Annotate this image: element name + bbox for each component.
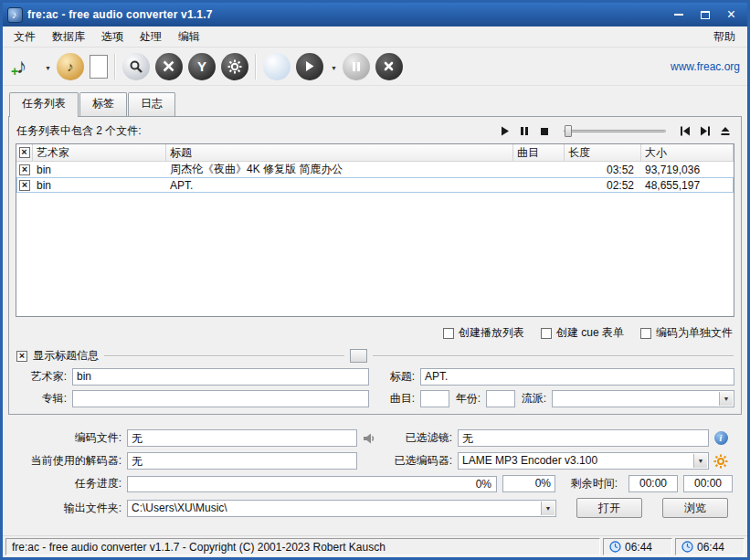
- statusbar: fre:ac - free audio converter v1.1.7 - C…: [3, 535, 747, 557]
- show-tag-info-toggle[interactable]: [16, 351, 27, 362]
- row-checkbox[interactable]: [16, 164, 33, 175]
- title-field[interactable]: APT.: [420, 368, 734, 386]
- chevron-down-icon[interactable]: [693, 454, 707, 468]
- chevron-down-icon[interactable]: [719, 392, 733, 406]
- clock-icon: [609, 541, 621, 553]
- checkbox-icon: [19, 180, 30, 191]
- playback-position-slider[interactable]: [564, 124, 666, 138]
- stop-encoding-button[interactable]: [375, 53, 403, 80]
- select-all-checkbox[interactable]: [16, 144, 33, 161]
- checkbox-icon[interactable]: [640, 328, 651, 339]
- toolbar-separator: [114, 54, 116, 79]
- column-header-track[interactable]: 曲目: [513, 144, 565, 161]
- encoder-settings-gear-icon[interactable]: [713, 454, 728, 469]
- output-folder-combobox[interactable]: C:\Users\XU\Music\: [127, 500, 556, 517]
- year-label: 年份:: [449, 391, 486, 407]
- track-field[interactable]: [420, 390, 449, 407]
- tab-log[interactable]: 日志: [128, 92, 175, 116]
- gear-icon: [227, 59, 242, 74]
- genre-combobox[interactable]: [552, 390, 734, 407]
- option-label: 创建 cue 表单: [556, 325, 624, 341]
- column-header-artist[interactable]: 艺术家: [33, 144, 166, 161]
- open-folder-button[interactable]: 打开: [576, 498, 642, 518]
- tag-form-row: 专辑: 曲目: 年份: 流派:: [16, 390, 734, 407]
- configure-encoder-button[interactable]: [221, 53, 248, 80]
- next-track-button[interactable]: [697, 124, 713, 138]
- app-icon[interactable]: [7, 7, 23, 23]
- magnifier-icon: [129, 59, 143, 74]
- eject-button[interactable]: [717, 124, 734, 138]
- column-header-title[interactable]: 标题: [166, 144, 513, 161]
- browse-folder-button[interactable]: 浏览: [662, 498, 728, 518]
- year-field[interactable]: [486, 390, 515, 407]
- time-track-field: 00:00: [629, 475, 678, 492]
- progress-label: 任务进度:: [12, 476, 127, 491]
- checkbox-icon[interactable]: [541, 328, 552, 339]
- freac-website-link[interactable]: www.freac.org: [671, 60, 740, 73]
- tab-joblist[interactable]: 任务列表: [9, 92, 79, 117]
- toolbar-separator: [255, 54, 257, 79]
- time-total-field: 00:00: [683, 475, 733, 492]
- filter-info-slot: [709, 431, 733, 445]
- titlebar[interactable]: fre:ac - free audio converter v1.1.7: [3, 3, 747, 26]
- divider-line: [104, 355, 344, 357]
- cddb-query-button[interactable]: [122, 53, 150, 80]
- menu-file[interactable]: 文件: [5, 26, 44, 48]
- progress-bar: 0%: [127, 476, 497, 492]
- decoder-field: 无: [127, 452, 357, 470]
- menu-edit[interactable]: 编辑: [170, 26, 208, 48]
- option-create-playlist[interactable]: 创建播放列表: [443, 325, 524, 341]
- row-checkbox[interactable]: [16, 180, 33, 191]
- stop-icon: [540, 127, 549, 136]
- time-value: 06:44: [697, 541, 724, 554]
- start-encoding-button[interactable]: [296, 53, 323, 80]
- open-playlist-button[interactable]: [90, 55, 108, 79]
- tab-tags[interactable]: 标签: [79, 92, 127, 116]
- transport-controls: [496, 124, 734, 138]
- option-encode-single-file[interactable]: 编码为单独文件: [640, 325, 733, 341]
- close-button[interactable]: [718, 5, 745, 24]
- playback-device-button[interactable]: [263, 53, 290, 80]
- toolbar: www.freac.org: [3, 48, 747, 86]
- table-row[interactable]: bin 周杰伦《夜曲》4K 修复版 简鹿办公 03:52 93,719,036: [16, 162, 734, 177]
- menu-help[interactable]: 帮助: [704, 26, 745, 48]
- chevron-down-icon[interactable]: [541, 502, 555, 515]
- status-row: 任务进度: 0% 0% 剩余时间: 00:00 00:00: [12, 475, 733, 492]
- column-header-size[interactable]: 大小: [641, 144, 734, 161]
- main-content: 任务列表 标签 日志 任务列表中包含 2 个文件:: [3, 86, 747, 535]
- slider-thumb[interactable]: [565, 125, 572, 137]
- stop-x-icon: [383, 60, 395, 72]
- album-field[interactable]: [72, 390, 369, 407]
- preview-stop-button[interactable]: [536, 124, 553, 138]
- column-header-length[interactable]: 长度: [565, 144, 641, 161]
- option-create-cue[interactable]: 创建 cue 表单: [541, 325, 624, 341]
- previous-track-button[interactable]: [677, 124, 693, 138]
- signal-processing-button[interactable]: [188, 53, 216, 80]
- encoder-combobox[interactable]: LAME MP3 Encoder v3.100: [458, 452, 709, 470]
- artist-field[interactable]: bin: [72, 368, 369, 386]
- cell-title: APT.: [166, 179, 513, 192]
- table-row[interactable]: bin APT. 02:52 48,655,197: [16, 177, 734, 193]
- menu-processing[interactable]: 处理: [132, 26, 170, 48]
- start-encoding-dropdown-icon[interactable]: [331, 60, 337, 73]
- encoding-file-label: 编码文件:: [12, 430, 127, 446]
- menu-options[interactable]: 选项: [93, 26, 132, 48]
- add-files-dropdown-icon[interactable]: [45, 60, 51, 73]
- rip-cd-button[interactable]: [57, 53, 84, 80]
- decoder-label: 当前使用的解码器:: [12, 453, 127, 469]
- tag-view-dropdown-button[interactable]: [350, 349, 367, 363]
- joblist-summary: 任务列表中包含 2 个文件:: [16, 123, 142, 139]
- checkbox-icon[interactable]: [443, 328, 454, 339]
- encoder-label: 已选编码器:: [381, 453, 458, 469]
- pause-encoding-button[interactable]: [343, 53, 370, 80]
- general-settings-button[interactable]: [155, 53, 183, 80]
- output-folder-value: C:\Users\XU\Music\: [132, 502, 227, 514]
- preview-play-button[interactable]: [496, 124, 512, 138]
- minimize-button[interactable]: [665, 5, 692, 24]
- progress-total-percent: 0%: [502, 475, 555, 492]
- add-files-button[interactable]: [10, 53, 37, 80]
- preview-pause-button[interactable]: [516, 124, 533, 138]
- info-icon[interactable]: [714, 431, 728, 445]
- maximize-button[interactable]: [692, 5, 718, 24]
- menu-database[interactable]: 数据库: [44, 26, 93, 48]
